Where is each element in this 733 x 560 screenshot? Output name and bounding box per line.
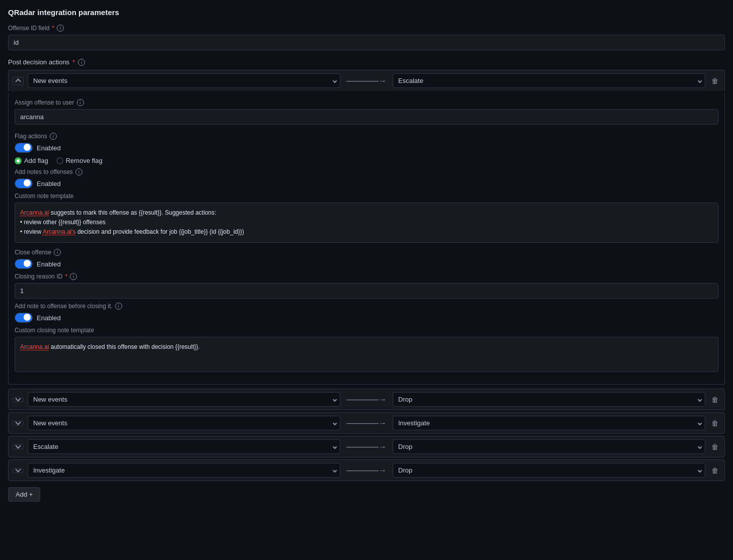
- note-line3: • review Arcanna.ai's decision and provi…: [20, 227, 713, 237]
- page-title: QRadar integration parameters: [8, 8, 725, 17]
- custom-closing-note-label: Custom closing note template: [15, 327, 718, 334]
- target-select-4[interactable]: Escalate Drop Investigate Close: [393, 463, 705, 478]
- collapse-btn-1[interactable]: [13, 397, 24, 402]
- delete-btn-2[interactable]: 🗑: [709, 417, 720, 429]
- add-note-before-enabled-label: Enabled: [37, 314, 61, 322]
- source-select[interactable]: New events Escalate Investigate Drop: [28, 73, 340, 88]
- flag-actions-info-icon[interactable]: i: [50, 133, 57, 140]
- expanded-rule-row: New events Escalate Investigate Drop ———…: [8, 70, 725, 91]
- arrow-4: ————→: [344, 466, 389, 475]
- close-offense-toggle[interactable]: [15, 259, 33, 269]
- arrow-3: ————→: [344, 442, 389, 451]
- close-offense-toggle-knob: [24, 260, 31, 267]
- flag-actions-toggle-row: Enabled: [15, 143, 718, 153]
- add-notes-enabled-label: Enabled: [37, 180, 61, 188]
- chevron-down-icon-3: [15, 443, 21, 448]
- custom-note-template-box[interactable]: Arcanna.ai suggests to mark this offense…: [15, 203, 718, 243]
- delete-btn-3[interactable]: 🗑: [709, 441, 720, 453]
- source-select-wrapper-2: New events Escalate Investigate Drop: [28, 416, 340, 430]
- target-select-wrapper-3: Escalate Drop Investigate Close: [393, 439, 705, 454]
- assign-offense-info-icon[interactable]: i: [77, 99, 84, 106]
- rule-row-1: New events Escalate Investigate Drop ———…: [8, 389, 725, 410]
- add-note-before-toggle-row: Enabled: [15, 313, 718, 323]
- close-offense-enabled-label: Enabled: [37, 260, 61, 268]
- target-select-wrapper: Escalate Drop Investigate Close: [393, 73, 705, 88]
- offense-id-input[interactable]: [8, 35, 725, 50]
- source-select-2[interactable]: New events Escalate Investigate Drop: [28, 416, 340, 430]
- source-select-4[interactable]: New events Escalate Investigate Drop: [28, 463, 340, 478]
- add-notes-toggle-knob: [24, 179, 31, 186]
- target-select-wrapper-2: Escalate Drop Investigate Close: [393, 416, 705, 430]
- add-flag-option[interactable]: Add flag: [15, 157, 48, 164]
- source-select-wrapper-4: New events Escalate Investigate Drop: [28, 463, 340, 478]
- chevron-down-icon-4: [15, 466, 21, 472]
- assign-offense-label: Assign offense to user i: [15, 99, 718, 106]
- flag-actions-toggle-knob: [24, 144, 31, 151]
- add-flag-radio-inner: [17, 159, 20, 162]
- close-offense-toggle-row: Enabled: [15, 259, 718, 269]
- arrow-1: ————→: [344, 395, 389, 404]
- target-select-2[interactable]: Escalate Drop Investigate Close: [393, 416, 705, 430]
- add-note-before-toggle-knob: [24, 314, 31, 321]
- target-select[interactable]: Escalate Drop Investigate Close: [393, 73, 705, 88]
- flag-actions-label: Flag actions i: [15, 133, 718, 140]
- add-notes-toggle[interactable]: [15, 178, 33, 189]
- trash-icon: 🗑: [711, 77, 718, 85]
- remove-flag-option[interactable]: Remove flag: [56, 157, 103, 164]
- arrow-connector: ————→: [344, 76, 389, 85]
- close-offense-info-icon[interactable]: i: [54, 249, 61, 256]
- custom-note-label: Custom note template: [15, 193, 718, 200]
- add-rule-button[interactable]: Add +: [8, 487, 40, 502]
- offense-id-info-icon[interactable]: i: [57, 25, 64, 32]
- trash-icon-4: 🗑: [711, 466, 718, 475]
- note-line1: Arcanna.ai suggests to mark this offense…: [20, 208, 713, 218]
- trash-icon-3: 🗑: [711, 443, 718, 451]
- source-select-1[interactable]: New events Escalate Investigate Drop: [28, 392, 340, 407]
- source-select-wrapper-3: New events Escalate Investigate Drop: [28, 439, 340, 454]
- trash-icon-2: 🗑: [711, 419, 718, 427]
- close-offense-label: Close offense i: [15, 249, 718, 256]
- collapse-btn-2[interactable]: [13, 421, 24, 426]
- delete-btn-1[interactable]: 🗑: [709, 394, 720, 406]
- expanded-content: Assign offense to user i Flag actions i …: [8, 93, 725, 385]
- arrow-2: ————→: [344, 419, 389, 428]
- custom-closing-note-box[interactable]: Arcanna.ai automatically closed this off…: [15, 337, 718, 372]
- rule-row-3: New events Escalate Investigate Drop ———…: [8, 436, 725, 457]
- collapse-button[interactable]: [13, 77, 24, 85]
- source-select-3[interactable]: New events Escalate Investigate Drop: [28, 439, 340, 454]
- closing-reason-input[interactable]: [15, 283, 718, 299]
- add-notes-toggle-row: Enabled: [15, 178, 718, 189]
- note-line2: • review other {{result}} offenses: [20, 218, 713, 227]
- closing-reason-info-icon[interactable]: i: [70, 273, 77, 280]
- target-select-3[interactable]: Escalate Drop Investigate Close: [393, 439, 705, 454]
- delete-rule-button[interactable]: 🗑: [709, 75, 720, 87]
- post-decision-info-icon[interactable]: i: [78, 59, 85, 66]
- chevron-down-icon-2: [15, 419, 21, 425]
- flag-radio-row: Add flag Remove flag: [15, 157, 718, 164]
- collapse-btn-3[interactable]: [13, 444, 24, 449]
- target-select-1[interactable]: Escalate Drop Investigate Close: [393, 392, 705, 407]
- post-decision-header: Post decision actions * i: [8, 58, 725, 66]
- collapse-btn-4[interactable]: [13, 468, 24, 473]
- flag-actions-toggle[interactable]: [15, 143, 33, 153]
- source-select-wrapper: New events Escalate Investigate Drop: [28, 73, 340, 88]
- remove-flag-label: Remove flag: [66, 157, 103, 164]
- rule-row-4: New events Escalate Investigate Drop ———…: [8, 459, 725, 481]
- closing-reason-label: Closing reason ID * i: [15, 273, 718, 280]
- offense-id-label: Offense ID field * i: [8, 25, 725, 32]
- add-note-before-toggle[interactable]: [15, 313, 33, 323]
- assign-offense-input[interactable]: [15, 109, 718, 125]
- trash-icon-1: 🗑: [711, 396, 718, 404]
- flag-actions-enabled-label: Enabled: [37, 144, 61, 152]
- rule-row-2: New events Escalate Investigate Drop ———…: [8, 412, 725, 434]
- source-select-wrapper-1: New events Escalate Investigate Drop: [28, 392, 340, 407]
- add-notes-info-icon[interactable]: i: [75, 168, 82, 175]
- delete-btn-4[interactable]: 🗑: [709, 464, 720, 477]
- chevron-up-icon: [15, 78, 21, 84]
- remove-flag-radio: [56, 157, 63, 164]
- add-note-before-info-icon[interactable]: i: [115, 303, 122, 310]
- chevron-down-icon-1: [15, 396, 21, 401]
- add-notes-label: Add notes to offenses i: [15, 168, 718, 175]
- add-flag-label: Add flag: [24, 157, 48, 164]
- add-flag-radio: [15, 157, 22, 164]
